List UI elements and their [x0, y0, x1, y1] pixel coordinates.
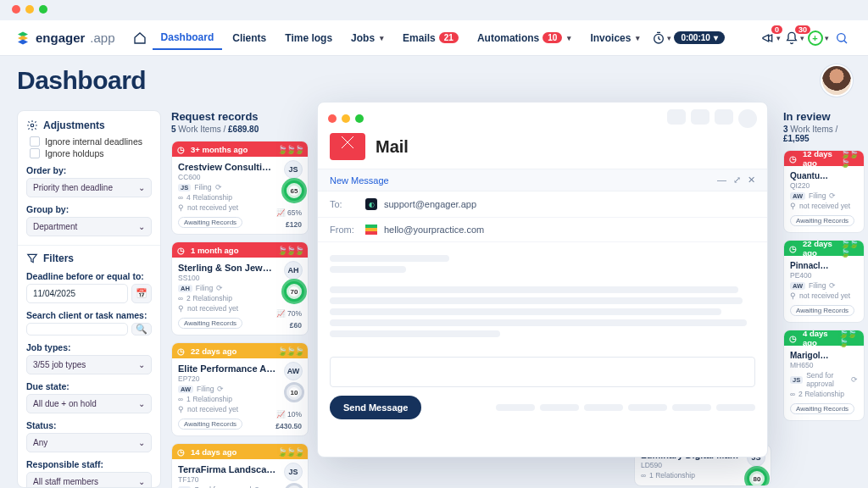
card-ref: QI220 [790, 181, 858, 190]
owner-badge: AW [790, 192, 805, 200]
expand-icon[interactable]: ⤢ [733, 175, 741, 186]
work-item-card[interactable]: 1 month ago🍃🍃🍃 AH 70 Sterling & Son Jewe… [171, 241, 309, 336]
duestate-value: All due + on hold [33, 399, 97, 408]
orderby-select[interactable]: Priority then deadline⌄ [26, 178, 152, 197]
work-item-card[interactable]: 3+ months ago🍃🍃🍃 JS 65 Crestview Consult… [171, 141, 309, 235]
card-title: TerraFirma Landscapin... [178, 464, 276, 474]
status-select[interactable]: Any⌄ [26, 433, 152, 452]
calendar-button[interactable]: 📅 [131, 284, 152, 303]
mail-max-dot[interactable] [355, 114, 364, 123]
placeholder-icon [691, 109, 709, 125]
clock-icon [789, 244, 799, 253]
card-price: £60 [290, 321, 302, 330]
window-traffic-lights [12, 5, 47, 14]
timer-pill[interactable]: 0:00:10 ▾ [674, 31, 724, 44]
send-message-button[interactable]: Send Message [330, 396, 421, 419]
brand-logo[interactable]: engager.app [15, 30, 115, 46]
card-ref: MH650 [790, 361, 858, 369]
work-item-card[interactable]: 14 days ago🍃🍃🍃 JS 20 TerraFirma Landscap… [171, 443, 309, 488]
bell-icon[interactable]: 30 [783, 27, 805, 49]
home-icon[interactable] [129, 27, 151, 49]
duestate-select[interactable]: All due + on hold⌄ [26, 394, 152, 413]
min-dot[interactable] [25, 5, 34, 14]
nav-invoices[interactable]: Invoices [581, 27, 648, 49]
card-note: ⚲not received yet [790, 291, 858, 300]
placeholder-icon [715, 109, 733, 125]
card-ref: CC600 [178, 173, 302, 181]
search-input[interactable] [26, 323, 128, 336]
nav-automations-label: Automations [477, 32, 539, 44]
leaf-icon: 🍃🍃🍃 [840, 150, 859, 168]
add-button[interactable]: + [807, 27, 829, 49]
filters-title: Filters [43, 252, 74, 264]
status-pill: Awaiting Records [790, 305, 854, 316]
mail-body-input[interactable] [330, 357, 755, 387]
mail-min-dot[interactable] [342, 114, 350, 123]
column-request-records: Request records 5 Work Items / £689.80 3… [171, 110, 309, 488]
progress-ring: 10 [284, 382, 304, 402]
jobtypes-label: Job types: [26, 342, 152, 352]
filters-heading: Filters [26, 252, 152, 264]
nav-emails[interactable]: Emails 21 [394, 27, 467, 49]
placeholder-icon [628, 404, 667, 411]
card-age: 4 days ago [803, 330, 835, 347]
assignee-badge: AW [284, 362, 303, 380]
card-pct: 📈 65% [276, 208, 302, 217]
from-row[interactable]: From: hello@yourpractice.com [318, 218, 767, 242]
card-ref: SS100 [178, 274, 302, 282]
status-pill: Awaiting Records [790, 403, 854, 414]
jobtypes-select[interactable]: 3/55 job types⌄ [26, 355, 152, 374]
work-item-card[interactable]: 22 days ago🍃🍃🍃 Pinnacle Estates & I PE40… [783, 240, 865, 323]
card-rel-text: 1 Relationship [649, 471, 695, 480]
card-title: Pinnacle Estates & I [790, 261, 832, 270]
sidebar: Adjustments Ignore internal deadlines Ig… [17, 110, 161, 488]
close-icon[interactable]: ✕ [748, 175, 755, 186]
deadline-input[interactable]: 11/04/2025 [26, 284, 128, 303]
chk-internal-label: Ignore internal deadlines [45, 136, 142, 147]
nav-dashboard[interactable]: Dashboard [153, 26, 223, 50]
work-item-card[interactable]: 4 days ago🍃🍃🍃 Marigold Hotel & Re MH650 … [783, 330, 865, 421]
automations-badge: 10 [542, 32, 562, 43]
max-dot[interactable] [39, 5, 47, 14]
staff-select[interactable]: All staff members⌄ [26, 472, 152, 488]
chevron-down-icon: ⌄ [138, 360, 145, 369]
staff-label: Responsible staff: [26, 459, 152, 469]
mail-compose: New Message — ⤢ ✕ To: ◐ support@engager.… [318, 169, 767, 457]
card-ref: TF170 [178, 475, 302, 484]
close-dot[interactable] [12, 5, 20, 14]
nav-clients[interactable]: Clients [224, 27, 275, 49]
timer-control[interactable] [650, 27, 672, 49]
nav-jobs[interactable]: Jobs [342, 27, 392, 49]
chevron-down-icon: ⌄ [138, 477, 145, 486]
mail-window: Mail New Message — ⤢ ✕ To: ◐ support@eng… [317, 102, 768, 458]
search-icon[interactable] [831, 27, 853, 49]
announce-icon[interactable]: 0 [760, 27, 782, 49]
mail-app-title: Mail [376, 137, 409, 157]
col-subtitle: 5 Work Items / £689.80 [171, 125, 309, 134]
user-avatar[interactable] [822, 66, 851, 95]
groupby-select[interactable]: Department⌄ [26, 217, 152, 236]
owner-badge: AW [790, 282, 805, 290]
mail-window-chrome [318, 103, 767, 130]
card-age-band: 22 days ago🍃🍃🍃 [172, 343, 308, 358]
mail-title-row: Mail [318, 130, 767, 169]
mail-close-dot[interactable] [328, 114, 337, 123]
owner-badge: JS [790, 376, 803, 384]
work-item-card[interactable]: 12 days ago🍃🍃🍃 Quantum Innovatio QI220 A… [783, 150, 865, 233]
adjustments-heading: Adjustments [26, 119, 152, 131]
card-pct: 📈 10% [276, 410, 302, 419]
page-title: Dashboard [17, 66, 146, 95]
nav-timelogs[interactable]: Time logs [276, 27, 341, 49]
nav-automations[interactable]: Automations 10 [469, 27, 580, 49]
placeholder-icon [716, 404, 755, 411]
search-go-button[interactable]: 🔍 [131, 323, 152, 336]
to-row[interactable]: To: ◐ support@engager.app [318, 191, 767, 218]
owner-badge: AW [178, 385, 193, 393]
chk-ignore-internal[interactable]: Ignore internal deadlines [30, 136, 152, 147]
progress-ring: 80 [747, 469, 767, 486]
clock-icon [177, 347, 187, 356]
minimize-icon[interactable]: — [717, 175, 726, 186]
work-item-card[interactable]: 22 days ago🍃🍃🍃 AW 10 Elite Performance A… [171, 342, 309, 436]
chk-ignore-holdups[interactable]: Ignore holdups [30, 148, 152, 158]
clock-icon [177, 447, 187, 457]
